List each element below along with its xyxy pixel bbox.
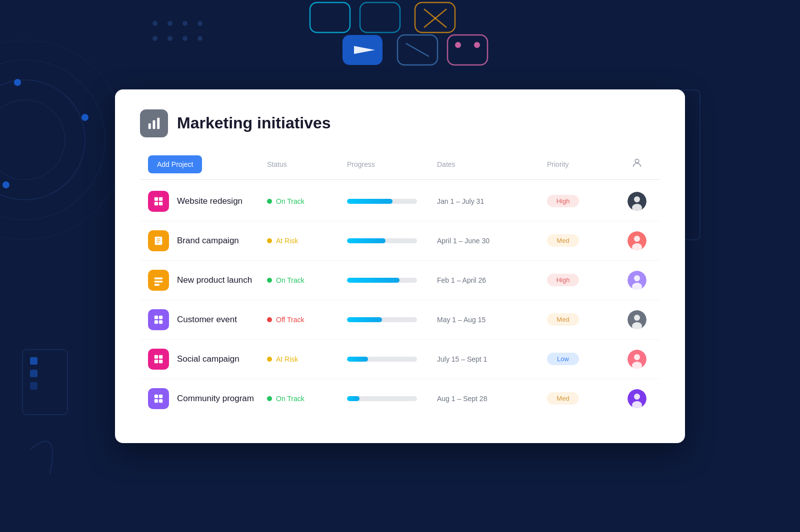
progress-cell xyxy=(347,278,437,283)
svg-rect-47 xyxy=(159,201,162,205)
status-cell: At Risk xyxy=(267,355,347,363)
project-icon xyxy=(148,270,169,291)
assignee-cell xyxy=(622,231,652,250)
svg-rect-72 xyxy=(159,355,162,358)
svg-rect-66 xyxy=(154,320,158,323)
svg-rect-67 xyxy=(159,320,162,323)
page-title: Marketing initiatives xyxy=(177,114,331,132)
svg-rect-10 xyxy=(415,2,455,32)
add-project-cell[interactable]: Add Project xyxy=(148,155,267,173)
project-name: Website redesign xyxy=(177,196,242,206)
svg-rect-46 xyxy=(154,201,158,205)
svg-line-12 xyxy=(424,9,446,27)
progress-cell xyxy=(347,317,437,322)
svg-rect-32 xyxy=(30,357,38,365)
svg-rect-81 xyxy=(159,399,162,402)
status-label: On Track xyxy=(276,197,304,205)
project-name: Brand campaign xyxy=(177,236,239,246)
table-row[interactable]: Social campaign At Risk July 15 – Sept 1… xyxy=(140,340,660,379)
svg-point-24 xyxy=(14,79,21,86)
page-header: Marketing initiatives xyxy=(140,109,660,137)
table-row[interactable]: Customer event Off Track May 1 – Aug 15 … xyxy=(140,300,660,340)
svg-marker-14 xyxy=(354,46,375,54)
svg-point-22 xyxy=(0,60,105,220)
status-label: At Risk xyxy=(276,355,298,363)
priority-badge: High xyxy=(547,195,579,207)
progress-fill xyxy=(347,396,360,401)
status-cell: On Track xyxy=(267,395,347,403)
priority-cell: High xyxy=(547,195,622,207)
project-name: Customer event xyxy=(177,315,237,325)
svg-point-25 xyxy=(82,114,88,121)
table-header: Add Project Status Progress Dates Priori… xyxy=(140,155,660,180)
assignee-cell xyxy=(622,389,652,408)
svg-rect-40 xyxy=(148,123,151,129)
status-cell: Off Track xyxy=(267,316,347,324)
svg-point-2 xyxy=(182,21,188,26)
status-dot xyxy=(267,238,272,243)
svg-point-1 xyxy=(168,21,172,26)
project-icon xyxy=(148,230,169,251)
assignee-cell xyxy=(622,271,652,290)
progress-cell xyxy=(347,357,437,362)
priority-cell: Med xyxy=(547,234,622,247)
project-icon xyxy=(148,309,169,330)
status-cell: On Track xyxy=(267,197,347,205)
svg-point-6 xyxy=(182,36,188,41)
table-row[interactable]: New product launch On Track Feb 1 – Apri… xyxy=(140,261,660,300)
status-cell: At Risk xyxy=(267,237,347,245)
svg-point-56 xyxy=(634,236,640,242)
svg-rect-65 xyxy=(159,315,162,319)
avatar xyxy=(628,231,646,250)
svg-point-7 xyxy=(198,36,202,41)
project-info: Community program xyxy=(148,388,267,409)
svg-rect-15 xyxy=(398,35,438,65)
progress-bar xyxy=(347,396,417,401)
svg-rect-59 xyxy=(154,280,163,282)
svg-point-69 xyxy=(634,315,640,321)
status-label: On Track xyxy=(276,395,304,403)
progress-cell xyxy=(347,396,437,401)
svg-rect-71 xyxy=(154,355,158,358)
table-row[interactable]: Brand campaign At Risk April 1 – June 30… xyxy=(140,221,660,261)
svg-rect-78 xyxy=(154,394,158,398)
svg-rect-60 xyxy=(154,284,160,286)
avatar xyxy=(628,271,646,290)
status-dot xyxy=(267,357,272,362)
project-info: Website redesign xyxy=(148,191,267,212)
svg-point-19 xyxy=(474,42,480,48)
svg-rect-34 xyxy=(30,382,38,390)
priority-badge: Med xyxy=(547,234,579,247)
svg-rect-8 xyxy=(310,2,350,32)
svg-point-21 xyxy=(0,100,65,180)
status-label: On Track xyxy=(276,276,304,284)
add-project-button[interactable]: Add Project xyxy=(148,155,202,173)
status-label: At Risk xyxy=(276,237,298,245)
table-row[interactable]: Website redesign On Track Jan 1 – July 3… xyxy=(140,182,660,221)
table-row[interactable]: Community program On Track Aug 1 – Sept … xyxy=(140,379,660,418)
svg-point-3 xyxy=(198,21,202,26)
assignee-cell xyxy=(622,310,652,329)
svg-line-16 xyxy=(406,43,429,56)
date-range: Feb 1 – April 26 xyxy=(437,276,547,284)
progress-fill xyxy=(347,278,400,283)
col-status-header: Status xyxy=(267,160,347,168)
progress-cell xyxy=(347,199,437,204)
progress-bar xyxy=(347,278,417,283)
priority-badge: High xyxy=(547,274,579,286)
col-assignee-header xyxy=(622,157,652,171)
date-range: Jan 1 – July 31 xyxy=(437,197,547,205)
project-info: Brand campaign xyxy=(148,230,267,251)
priority-badge: Low xyxy=(547,353,579,365)
svg-rect-41 xyxy=(153,120,156,129)
svg-rect-80 xyxy=(154,399,158,402)
svg-point-76 xyxy=(634,354,640,360)
svg-point-49 xyxy=(634,196,640,202)
project-name: New product launch xyxy=(177,275,252,285)
svg-point-20 xyxy=(0,80,85,200)
main-card: Marketing initiatives Add Project Status… xyxy=(115,89,685,443)
svg-rect-13 xyxy=(342,35,382,65)
date-range: July 15 – Sept 1 xyxy=(437,355,547,363)
date-range: April 1 – June 30 xyxy=(437,237,547,245)
date-range: Aug 1 – Sept 28 xyxy=(437,395,547,403)
